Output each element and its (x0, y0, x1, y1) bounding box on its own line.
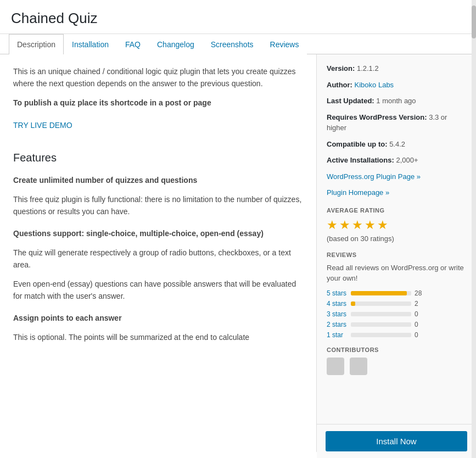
tabs-bar: Description Installation FAQ Changelog S… (0, 34, 476, 54)
rating-bar-row-0: 5 stars28 (327, 289, 466, 297)
last-updated-label: Last Updated: (327, 97, 374, 105)
bar-label-1[interactable]: 4 stars (327, 300, 348, 308)
wp-plugin-page-link[interactable]: WordPress.org Plugin Page » (327, 172, 421, 181)
content-area: This is an unique chained / conditional … (0, 54, 476, 452)
bar-track-2 (351, 312, 411, 316)
tab-changelog[interactable]: Changelog (149, 34, 203, 54)
scrollbar-track (472, 0, 476, 458)
star-1: ★ (327, 218, 338, 232)
author-row: Author: Kiboko Labs (327, 80, 466, 91)
version-value: 1.2.1.2 (357, 64, 379, 72)
rating-bar-row-4: 1 star0 (327, 331, 466, 339)
intro-text: This is an unique chained / conditional … (13, 65, 303, 90)
bar-count-1: 2 (415, 300, 423, 308)
bar-fill-0 (351, 291, 407, 295)
reviews-label: REVIEWS (327, 252, 466, 258)
feature-body1-1: The quiz will generate respectively a gr… (13, 247, 303, 271)
bar-count-4: 0 (415, 331, 423, 339)
bar-label-4[interactable]: 1 star (327, 331, 348, 339)
active-installations-row: Active Installations: 2,000+ (327, 155, 466, 166)
bar-count-0: 28 (415, 289, 423, 297)
features-heading: Features (13, 152, 303, 164)
bar-count-3: 0 (415, 321, 423, 328)
bar-label-3[interactable]: 2 stars (327, 321, 348, 328)
stars-row: ★ ★ ★ ★ ★ (327, 218, 466, 232)
avg-rating-label: AVERAGE RATING (327, 207, 466, 214)
demo-link[interactable]: TRY LIVE DEMO (13, 121, 72, 130)
install-button-bar: Install Now (317, 424, 476, 458)
reviews-text: Read all reviews on WordPress.org or wri… (327, 262, 466, 284)
bar-count-2: 0 (415, 310, 423, 318)
last-updated-value: 1 month ago (376, 97, 416, 105)
install-now-button[interactable]: Install Now (326, 431, 467, 451)
main-content: This is an unique chained / conditional … (0, 54, 317, 452)
sidebar: Version: 1.2.1.2 Author: Kiboko Labs Las… (317, 54, 476, 452)
bar-track-1 (351, 301, 411, 306)
active-installations-value: 2,000+ (396, 156, 418, 164)
feature-title-0: Create unlimited number of quizzes and q… (13, 174, 303, 186)
tab-installation[interactable]: Installation (64, 34, 117, 54)
contributor-avatar-2 (350, 358, 367, 375)
contributors-label: CONTRIBUTORS (327, 347, 466, 353)
feature-title-1: Questions support: single-choice, multip… (13, 227, 303, 239)
feature-title-2: Assign points to each answer (13, 312, 303, 324)
requires-row: Requires WordPress Version: 3.3 or highe… (327, 112, 466, 133)
plugin-header: Chained Quiz (0, 0, 476, 34)
rating-count: (based on 30 ratings) (327, 234, 466, 243)
compatible-row: Compatible up to: 5.4.2 (327, 139, 466, 150)
compatible-label: Compatible up to: (327, 140, 388, 148)
shortcode-notice: To publish a quiz place its shortcode in… (13, 97, 303, 109)
page-wrapper: Chained Quiz Description Installation FA… (0, 0, 476, 458)
version-label: Version: (327, 64, 355, 72)
scrollbar-thumb[interactable] (472, 5, 476, 38)
feature-body-0: This free quiz plugin is fully functiona… (13, 193, 303, 218)
rating-bar-row-1: 4 stars2 (327, 300, 466, 308)
star-2: ★ (339, 218, 350, 232)
rating-bar-row-2: 3 stars0 (327, 310, 466, 318)
author-link[interactable]: Kiboko Labs (355, 81, 394, 89)
tab-screenshots[interactable]: Screenshots (203, 34, 262, 54)
rating-bar-row-3: 2 stars0 (327, 321, 466, 328)
tab-faq[interactable]: FAQ (117, 34, 149, 54)
tab-reviews[interactable]: Reviews (262, 34, 307, 54)
bar-track-0 (351, 291, 411, 295)
bar-label-2[interactable]: 3 stars (327, 310, 348, 318)
author-label: Author: (327, 81, 352, 89)
feature-body2-1: Even open-end (essay) questions can have… (13, 278, 303, 303)
contributor-avatar-1 (327, 358, 344, 375)
requires-label: Requires WordPress Version: (327, 113, 427, 121)
bar-label-0[interactable]: 5 stars (327, 289, 348, 297)
plugin-homepage-link[interactable]: Plugin Homepage » (327, 188, 389, 197)
bar-track-4 (351, 333, 411, 337)
contributors-row (327, 358, 466, 375)
bar-track-3 (351, 322, 411, 327)
version-row: Version: 1.2.1.2 (327, 63, 466, 74)
plugin-title: Chained Quiz (11, 10, 465, 27)
feature-body-2: This is optional. The points will be sum… (13, 331, 303, 343)
plugin-homepage-row: Plugin Homepage » (327, 187, 466, 198)
wp-plugin-page-row: WordPress.org Plugin Page » (327, 171, 466, 182)
tab-description[interactable]: Description (9, 34, 64, 54)
star-3: ★ (352, 218, 363, 232)
star-4: ★ (365, 218, 376, 232)
rating-bars: 5 stars284 stars23 stars02 stars01 star0 (327, 289, 466, 339)
compatible-value: 5.4.2 (389, 140, 405, 148)
star-5: ★ (377, 218, 388, 232)
active-installations-label: Active Installations: (327, 156, 394, 164)
last-updated-row: Last Updated: 1 month ago (327, 96, 466, 107)
bar-fill-1 (351, 301, 355, 306)
